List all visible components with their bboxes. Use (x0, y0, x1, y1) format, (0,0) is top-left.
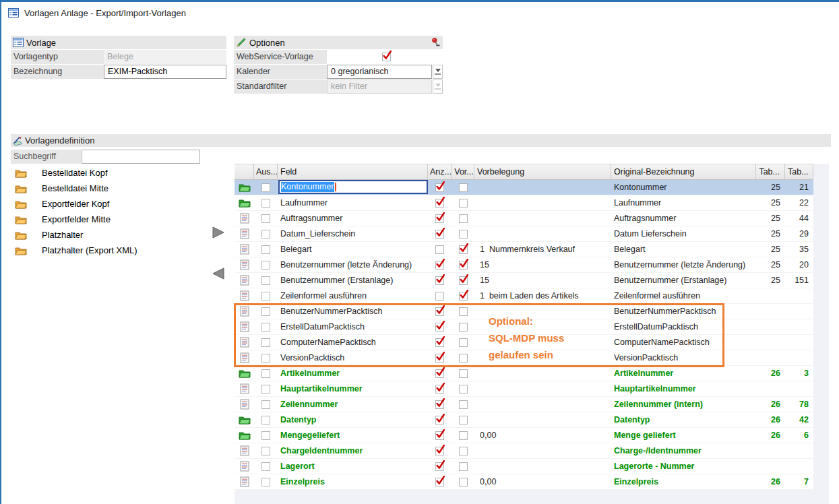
search-input[interactable] (82, 150, 200, 164)
vor-checkbox-cell[interactable] (452, 288, 474, 303)
checkbox-unchecked[interactable] (459, 385, 468, 393)
col-header-aus[interactable]: Aus... (254, 164, 278, 179)
checkbox-unchecked[interactable] (459, 400, 468, 409)
aus-checkbox-cell[interactable] (254, 366, 278, 381)
checkbox-unchecked[interactable] (459, 462, 468, 471)
checkbox-unchecked[interactable] (459, 338, 468, 347)
feld-cell[interactable]: Artikelnummer (278, 366, 428, 381)
aus-checkbox-cell[interactable] (254, 273, 278, 288)
anz-checkbox-cell[interactable] (428, 211, 452, 226)
checkbox-unchecked[interactable] (261, 354, 270, 363)
checkbox-unchecked[interactable] (261, 183, 270, 192)
feld-cell[interactable]: Auftragsnummer (278, 211, 428, 226)
table-row[interactable]: Mengegeliefert 0,00 Menge geliefert 26 6 (235, 428, 813, 443)
feld-cell[interactable]: Mengegeliefert (278, 428, 428, 443)
checkbox-checked[interactable] (435, 214, 444, 223)
checkbox-unchecked[interactable] (261, 230, 270, 239)
col-header-vorbelegung[interactable]: Vorbelegung (474, 164, 611, 179)
anz-checkbox-cell[interactable] (428, 288, 452, 303)
checkbox-checked[interactable] (435, 369, 444, 378)
vor-checkbox-cell[interactable] (452, 211, 474, 226)
checkbox-unchecked[interactable] (261, 292, 270, 301)
anz-checkbox-cell[interactable] (428, 273, 452, 288)
table-row[interactable]: BenutzerNummerPacktisch BenutzerNummerPa… (235, 304, 813, 319)
checkbox-checked[interactable] (435, 462, 444, 471)
checkbox-unchecked[interactable] (261, 447, 270, 455)
table-row[interactable]: ChargeIdentnummer Charge-/Identnummer (235, 443, 813, 459)
aus-checkbox-cell[interactable] (254, 474, 278, 489)
checkbox-unchecked[interactable] (261, 338, 270, 347)
checkbox-unchecked[interactable] (459, 183, 468, 192)
folder-list-item[interactable]: Bestelldatei Kopf (13, 165, 152, 181)
vor-checkbox-cell[interactable] (452, 474, 474, 489)
table-row[interactable]: Datum_Lieferschein Datum Lieferschein 25… (235, 226, 813, 242)
anz-checkbox-cell[interactable] (428, 474, 452, 489)
feld-cell[interactable]: ChargeIdentnummer (278, 443, 428, 458)
aus-checkbox-cell[interactable] (254, 180, 278, 195)
anz-checkbox-cell[interactable] (428, 412, 452, 427)
vor-checkbox-cell[interactable] (452, 242, 474, 257)
move-left-button[interactable] (211, 267, 226, 280)
vor-checkbox-cell[interactable] (452, 335, 474, 350)
checkbox-unchecked[interactable] (261, 214, 270, 223)
vor-checkbox-cell[interactable] (452, 319, 474, 334)
anz-checkbox-cell[interactable] (428, 428, 452, 443)
col-header-icon[interactable] (235, 164, 254, 179)
checkbox-unchecked[interactable] (459, 478, 468, 486)
aus-checkbox-cell[interactable] (254, 428, 278, 443)
checkbox-checked[interactable] (459, 261, 468, 270)
vor-checkbox-cell[interactable] (452, 180, 474, 195)
checkbox-unchecked[interactable] (459, 416, 468, 424)
aus-checkbox-cell[interactable] (254, 195, 278, 210)
vor-checkbox-cell[interactable] (452, 304, 474, 319)
feld-cell[interactable]: Zeilenformel ausführen (278, 288, 428, 303)
feld-cell[interactable]: ComputerNamePacktisch (278, 335, 428, 350)
checkbox-unchecked[interactable] (459, 354, 468, 363)
table-row[interactable]: ErstellDatumPacktisch ErstellDatumPackti… (235, 319, 813, 335)
folder-list-item[interactable]: Bestelldatei Mitte (13, 181, 152, 196)
checkbox-checked[interactable] (459, 276, 468, 285)
table-row[interactable]: Datentyp Datentyp 26 42 (235, 412, 813, 428)
aus-checkbox-cell[interactable] (254, 381, 278, 396)
anz-checkbox-cell[interactable] (428, 180, 452, 195)
feld-cell[interactable]: Datum_Lieferschein (278, 226, 428, 241)
checkbox-unchecked[interactable] (261, 400, 270, 409)
checkbox-unchecked[interactable] (261, 369, 270, 378)
aus-checkbox-cell[interactable] (254, 226, 278, 241)
folder-list-item[interactable]: Platzhalter (Export XML) (13, 243, 152, 258)
checkbox-unchecked[interactable] (261, 478, 270, 486)
folder-list-item[interactable]: Exportfelder Kopf (13, 196, 152, 212)
bezeichnung-input[interactable]: EXIM-Packtisch (104, 65, 226, 79)
anz-checkbox-cell[interactable] (428, 397, 452, 412)
checkbox-unchecked[interactable] (261, 307, 270, 316)
anz-checkbox-cell[interactable] (428, 335, 452, 350)
checkbox-unchecked[interactable] (435, 292, 444, 301)
feld-cell[interactable]: Datentyp (278, 412, 428, 427)
vor-checkbox-cell[interactable] (452, 226, 474, 241)
anz-checkbox-cell[interactable] (428, 226, 452, 241)
aus-checkbox-cell[interactable] (254, 288, 278, 303)
kalender-value[interactable]: 0 gregorianisch (327, 65, 432, 79)
kalender-dropdown-arrow-icon[interactable] (433, 65, 443, 79)
feld-cell[interactable]: BenutzerNummerPacktisch (278, 304, 428, 319)
checkbox-checked[interactable] (435, 385, 444, 393)
vor-checkbox-cell[interactable] (452, 381, 474, 396)
checkbox-checked[interactable] (435, 230, 444, 239)
col-header-tab1[interactable]: Tab... (756, 164, 785, 179)
checkbox-unchecked[interactable] (261, 462, 270, 471)
anz-checkbox-cell[interactable] (428, 350, 452, 365)
checkbox-unchecked[interactable] (261, 323, 270, 332)
checkbox-unchecked[interactable] (459, 307, 468, 316)
vor-checkbox-cell[interactable] (452, 257, 474, 272)
table-row[interactable]: Laufnummer Laufnummer 25 22 (235, 195, 813, 211)
aus-checkbox-cell[interactable] (254, 397, 278, 412)
table-row[interactable]: Zeilenformel ausführen 1 beim Laden des … (235, 288, 813, 304)
folder-list-item[interactable]: Exportfelder Mitte (13, 212, 152, 227)
checkbox-unchecked[interactable] (459, 447, 468, 455)
checkbox-checked[interactable] (459, 292, 468, 301)
vor-checkbox-cell[interactable] (452, 459, 474, 474)
checkbox-checked[interactable] (435, 431, 444, 440)
checkbox-unchecked[interactable] (459, 323, 468, 332)
table-row[interactable]: Belegart 1 Nummernkreis Verkauf Belegart… (235, 242, 813, 257)
vor-checkbox-cell[interactable] (452, 412, 474, 427)
